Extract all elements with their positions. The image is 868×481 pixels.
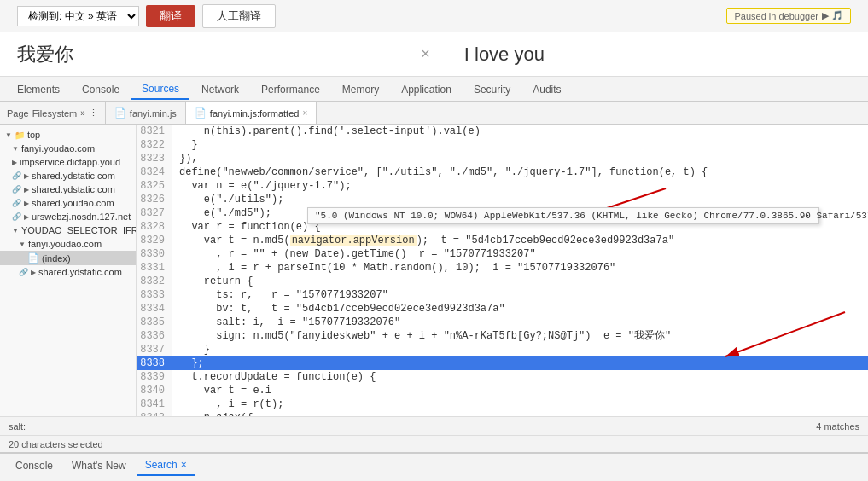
- expand-icon: ▼: [12, 145, 19, 153]
- bottom-panel-tabs: Console What's New Search ×: [0, 452, 868, 478]
- code-line-8325: 8325 var n = e("./jquery-1.7");: [137, 179, 868, 193]
- code-line-8340: 8340 var t = e.i: [137, 384, 868, 397]
- expand-icon: ▶: [31, 269, 36, 276]
- close-search-tab-icon[interactable]: ×: [181, 459, 187, 471]
- code-line-8326: 8326 e("./utils");: [137, 193, 868, 206]
- translation-source: 我爱你: [17, 42, 404, 67]
- sidebar-item-shared-ydstatic-1[interactable]: 🔗 ▶ shared.ydstatic.com: [0, 169, 136, 183]
- shared-icon3: 🔗: [12, 199, 21, 207]
- sidebar-item-shared-youdao[interactable]: 🔗 ▶ shared.youdao.com: [0, 196, 136, 210]
- code-line-8331: 8331 , i = r + parseInt(10 * Math.random…: [137, 261, 868, 275]
- tab-console[interactable]: Console: [72, 80, 130, 99]
- page-label[interactable]: Page: [7, 108, 29, 119]
- code-line-8341: 8341 , i = r(t);: [137, 397, 868, 411]
- tooltip-box: "5.0 (Windows NT 10.0; WOW64) AppleWebKi…: [307, 207, 819, 224]
- page-filesystem: Page Filesystem » ⋮: [0, 102, 106, 124]
- main-area: ▼ 📁 top ▼ fanyi.youdao.com ▶ impservice.…: [0, 125, 868, 416]
- sidebar-item-shared-ydstatic-sub[interactable]: 🔗 ▶ shared.ydstatic.com: [0, 265, 136, 279]
- sidebar-item-urswebzj[interactable]: 🔗 ▶ urswebzj.nosdn.127.net: [0, 210, 136, 223]
- expand-icon: ▼: [12, 227, 19, 235]
- code-editor[interactable]: 8321 n(this).parent().find('.select-inpu…: [137, 125, 868, 416]
- sidebar-item-index[interactable]: 📄 (index): [0, 251, 136, 265]
- bottom-tab-console[interactable]: Console: [7, 456, 61, 475]
- shared-icon2: 🔗: [12, 185, 21, 194]
- file-tree-sidebar: ▼ 📁 top ▼ fanyi.youdao.com ▶ impservice.…: [0, 125, 137, 416]
- selected-text-info: 20 characters selected: [9, 439, 103, 449]
- status-bar: salt: 4 matches: [0, 416, 868, 435]
- sidebar-item-youdao-selector[interactable]: ▼ YOUDAO_SELECTOR_IFR: [0, 223, 136, 237]
- tab-sources[interactable]: Sources: [131, 79, 189, 100]
- code-line-8324: 8324 define("newweb/common/service", [".…: [137, 165, 868, 179]
- chevron-right-icon: »: [80, 108, 85, 118]
- code-line-8329: 8329 var t = n.md5(navigator.appVersion)…: [137, 234, 868, 247]
- code-line-8321: 8321 n(this).parent().find('.select-inpu…: [137, 125, 868, 138]
- shared-icon4: 🔗: [12, 212, 21, 221]
- tab-security[interactable]: Security: [463, 80, 521, 99]
- code-line-8339: 8339 t.recordUpdate = function(e) {: [137, 370, 868, 384]
- bottom-tab-whats-new[interactable]: What's New: [63, 456, 135, 475]
- code-line-8338: 8338 };: [137, 356, 868, 370]
- folder-icon: 📁: [15, 130, 25, 140]
- code-line-8332: 8332 return {: [137, 275, 868, 288]
- expand-icon: ▶: [24, 172, 29, 180]
- close-tab-icon[interactable]: ×: [302, 108, 307, 118]
- more-options-icon[interactable]: ⋮: [89, 107, 98, 119]
- language-select[interactable]: 检测到: 中文 » 英语: [17, 6, 139, 26]
- paused-badge: Paused in debugger ▶ 🎵: [726, 8, 851, 24]
- translation-result: I love you: [447, 43, 851, 66]
- matches-count: 4 matches: [816, 421, 859, 432]
- debugger-icon: ▶ 🎵: [822, 10, 843, 21]
- code-line-8342: 8342 n.ajax({: [137, 411, 868, 416]
- file-icon: 📄: [114, 107, 126, 119]
- translator-bar: 检测到: 中文 » 英语 翻译 人工翻译 Paused in debugger …: [0, 0, 868, 32]
- expand-icon: ▶: [24, 186, 29, 194]
- file-tabs-row: Page Filesystem » ⋮ 📄 fanyi.min.js 📄 fan…: [0, 102, 868, 125]
- tab-network[interactable]: Network: [191, 80, 249, 99]
- sidebar-item-fanyi-youdao-2[interactable]: ▼ fanyi.youdao.com: [0, 237, 136, 251]
- selected-text-bar: 20 characters selected: [0, 435, 868, 452]
- expand-icon: ▶: [24, 213, 29, 221]
- expand-icon: ▼: [19, 240, 26, 248]
- shared-icon: 🔗: [12, 171, 21, 180]
- paused-text: Paused in debugger: [734, 11, 818, 21]
- sidebar-item-fanyi-youdao[interactable]: ▼ fanyi.youdao.com: [0, 142, 136, 155]
- file-icon: 📄: [27, 252, 39, 264]
- file-tabs: 📄 fanyi.min.js 📄 fanyi.min.js:formatted …: [106, 102, 317, 124]
- tab-performance[interactable]: Performance: [251, 80, 330, 99]
- translation-area: 我爱你 × I love you: [0, 32, 868, 77]
- code-line-8336: 8336 sign: n.md5("fanyideskweb" + e + i …: [137, 329, 868, 343]
- search-bar: Aa .* ↺ ⊘: [0, 478, 868, 481]
- translation-close-button[interactable]: ×: [404, 45, 447, 63]
- translate-button[interactable]: 翻译: [146, 5, 195, 27]
- sidebar-item-top[interactable]: ▼ 📁 top: [0, 128, 136, 142]
- salt-label: salt:: [9, 421, 26, 432]
- sidebar-item-impservice[interactable]: ▶ impservice.dictapp.youd: [0, 155, 136, 169]
- tab-audits[interactable]: Audits: [522, 80, 571, 99]
- code-line-8323: 8323 }),: [137, 152, 868, 165]
- tab-application[interactable]: Application: [391, 80, 462, 99]
- code-line-8334: 8334 bv: t, t = "5d4cb17cceb9ecd02ece3ed…: [137, 302, 868, 316]
- code-line-8337: 8337 }: [137, 343, 868, 356]
- expand-icon: ▶: [12, 159, 17, 166]
- expand-icon: ▶: [24, 200, 29, 207]
- devtools-tabs: Elements Console Sources Network Perform…: [0, 77, 868, 102]
- code-line-8335: 8335 salt: i, i = "15707719332076": [137, 316, 868, 329]
- filesystem-label[interactable]: Filesystem: [32, 108, 78, 119]
- tab-elements[interactable]: Elements: [7, 80, 70, 99]
- code-line-8322: 8322 }: [137, 138, 868, 152]
- sidebar-item-shared-ydstatic-2[interactable]: 🔗 ▶ shared.ydstatic.com: [0, 183, 136, 196]
- human-translate-button[interactable]: 人工翻译: [202, 4, 276, 28]
- shared-icon5: 🔗: [19, 268, 28, 276]
- code-line-8330: 8330 , r = "" + (new Date).getTime() r =…: [137, 247, 868, 261]
- tab-memory[interactable]: Memory: [332, 80, 389, 99]
- file-icon-formatted: 📄: [195, 107, 207, 119]
- expand-icon: ▼: [5, 131, 12, 139]
- code-line-8333: 8333 ts: r, r = "1570771933207": [137, 288, 868, 302]
- file-tab-fanyi-min[interactable]: 📄 fanyi.min.js: [106, 102, 186, 124]
- bottom-tab-search[interactable]: Search ×: [137, 455, 195, 476]
- file-tab-fanyi-formatted[interactable]: 📄 fanyi.min.js:formatted ×: [186, 102, 317, 124]
